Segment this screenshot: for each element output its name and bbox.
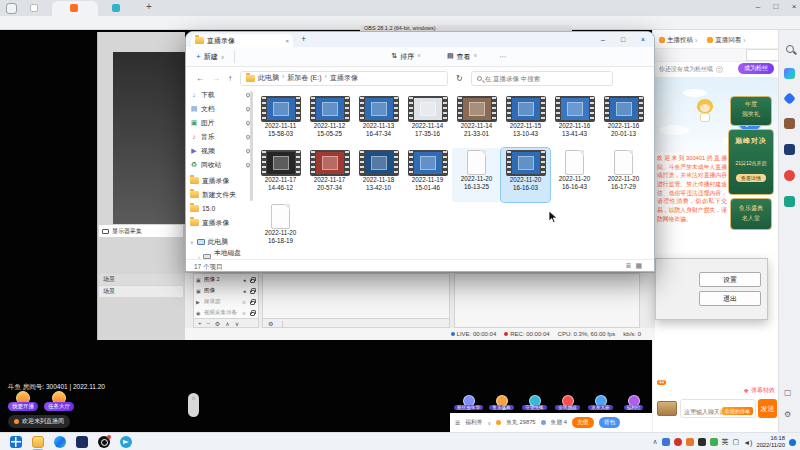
fan-badge-selector[interactable] [657,401,677,416]
tray-app-icon-2[interactable] [686,438,694,446]
sidebar-settings-icon[interactable]: ⚙ [784,410,791,419]
nav-folder-item[interactable]: 新建文件夹 [190,189,250,200]
taskbar-edge-icon[interactable] [54,436,66,448]
tab-search-icon[interactable] [6,3,17,14]
file-item[interactable]: 2022-11-18 13-42-10 [354,148,403,202]
explorer-tab[interactable]: 直播录像 × [191,34,293,47]
obs-exit-button[interactable]: 退出 [699,291,761,306]
welcome-danmaku-tag[interactable]: 欢迎的弹幕 [722,407,753,415]
file-item[interactable]: 2022-11-11 15-58-03 [256,94,305,148]
file-item[interactable]: 2022-11-19 15-01-46 [403,148,452,202]
activity-badge[interactable]: 全民挑战 [551,395,584,410]
taskbar-clock[interactable]: 16:18 2022/11/20 [756,435,785,449]
file-item[interactable]: 2022-11-20 16-18-19 [256,202,305,256]
banner-peak-duel[interactable]: 巅峰对决 21日12点开启 查看详情 [728,129,774,195]
activity-badge[interactable]: 鱼乐盛典 [485,395,518,410]
banner-detail-button[interactable]: 查看详情 [736,174,766,182]
search-icon[interactable] [786,45,794,53]
explorer-search-box[interactable] [471,71,613,86]
move-up-icon[interactable]: ∧ [225,320,229,327]
notification-badge[interactable] [789,439,796,446]
sidebar-link[interactable]: 主播投稿 › [659,36,697,45]
send-button[interactable]: 发送 [758,399,777,418]
window-minimize-button[interactable]: – [750,0,766,14]
designer-icon[interactable] [784,68,795,79]
nav-pinned-item[interactable]: ▣ 图片 [190,117,250,128]
more-options-button[interactable]: ⋯ [499,53,506,61]
sidebar-panel-icon[interactable]: ▢ [784,388,792,397]
tray-app-icon-1[interactable] [662,438,670,446]
nav-back-icon[interactable]: ← [196,74,204,83]
breadcrumb-item[interactable]: 直播录像› [330,73,358,83]
help-icon[interactable]: ? [716,66,723,73]
recharge-button[interactable]: 充值 [572,417,594,428]
sidebar-link[interactable]: 直播回看 › [707,36,745,45]
file-item[interactable]: 2022-11-17 14-46-12 [256,148,305,202]
shopping-icon[interactable] [784,118,795,129]
coupon-label[interactable]: 福利券 [465,418,482,427]
explorer-close-button[interactable]: × [634,33,652,46]
file-item[interactable]: 2022-11-12 15-05-25 [305,94,354,148]
tray-app-icon-4[interactable] [710,438,718,446]
source-settings-icon[interactable]: ⚙ [215,320,220,327]
window-close-button[interactable]: × [786,0,800,14]
obs-display-capture-row[interactable]: 显示器采集 [99,225,183,237]
taskbar-obs-icon[interactable] [98,436,110,448]
file-item[interactable]: 2022-11-20 16-13-25 [452,148,501,202]
mixer-settings-icon[interactable]: ⚙ [268,320,273,327]
sidebar-tab[interactable] [653,49,684,61]
obs-source-row[interactable]: ▣ 图像 [194,285,258,296]
office-icon[interactable] [784,170,795,181]
browser-tab-1[interactable] [30,4,38,12]
expand-pill[interactable]: ∧ [188,393,199,417]
banner-annual-awards[interactable]: 年度颁奖礼 [730,96,772,126]
file-item[interactable]: 2022-11-14 21-33-01 [452,94,501,148]
nav-folder-item[interactable]: 直播录像 [190,217,250,228]
start-button[interactable] [10,436,22,448]
visibility-eye-icon[interactable] [242,299,246,305]
tab-close-icon[interactable]: × [285,38,289,44]
file-item[interactable]: 2022-11-16 20-01-13 [599,94,648,148]
refresh-icon[interactable]: ↻ [456,74,463,83]
taskbar-telegram-icon[interactable] [120,436,132,448]
activity-badge[interactable]: 粉丝嘉年华 [452,395,485,410]
nav-folder-item[interactable]: 15.0 [190,203,250,214]
file-item[interactable]: 2022-11-20 16-16-43 [550,148,599,202]
mixer-menu-icon[interactable]: ⋮ [279,320,285,327]
tray-expand-icon[interactable]: ∧ [652,438,657,446]
nav-folder-item[interactable]: 直播录像 [190,175,250,186]
nav-forward-icon[interactable]: → [212,74,220,83]
file-item[interactable]: 2022-11-16 13-41-43 [550,94,599,148]
sidebar-tab[interactable] [684,49,715,61]
lock-icon[interactable] [250,312,255,316]
nav-pinned-item[interactable]: ▶ 视频 [190,145,250,156]
danmaku-effect-button[interactable]: ❖弹幕特效 [744,386,775,395]
input-method-indicator[interactable]: 英 [722,437,729,447]
activity-badge[interactable]: 福利社 [617,395,650,410]
obs-scene-item[interactable]: 场景 [99,274,183,285]
tools-icon[interactable] [783,92,796,105]
nav-scrollbar[interactable] [250,91,253,201]
obs-settings-button[interactable]: 设置 [699,272,761,287]
add-source-icon[interactable]: + [198,320,202,326]
lock-icon[interactable] [250,290,255,294]
breadcrumb-item[interactable]: 新加卷 (E:)› [287,73,327,83]
obs-scene-item[interactable]: 场景 [99,286,183,297]
outlook-icon[interactable] [784,196,795,207]
nav-this-pc[interactable]: ∨ 此电脑 [190,236,250,247]
volume-icon[interactable]: ◄) [743,439,752,446]
file-item[interactable]: 2022-11-13 16-47-34 [354,94,403,148]
taskbar-app-icon[interactable] [76,436,88,448]
sort-button[interactable]: ⇅排序∨ [391,52,421,62]
backpack-button[interactable]: 背包 [599,417,621,428]
explorer-minimize-button[interactable]: – [594,33,612,46]
cast-icon[interactable]: ▢ [733,438,740,446]
file-item[interactable]: 2022-11-17 20-57-34 [305,148,354,202]
visibility-eye-icon[interactable] [243,277,246,283]
visibility-eye-icon[interactable] [243,288,246,294]
nav-pinned-item[interactable]: ▤ 文档 [190,103,250,114]
new-tab-button[interactable]: + [146,1,152,12]
lock-icon[interactable] [250,279,255,283]
file-item[interactable]: 2022-11-15 13-10-43 [501,94,550,148]
tray-obs-icon[interactable] [674,438,682,446]
